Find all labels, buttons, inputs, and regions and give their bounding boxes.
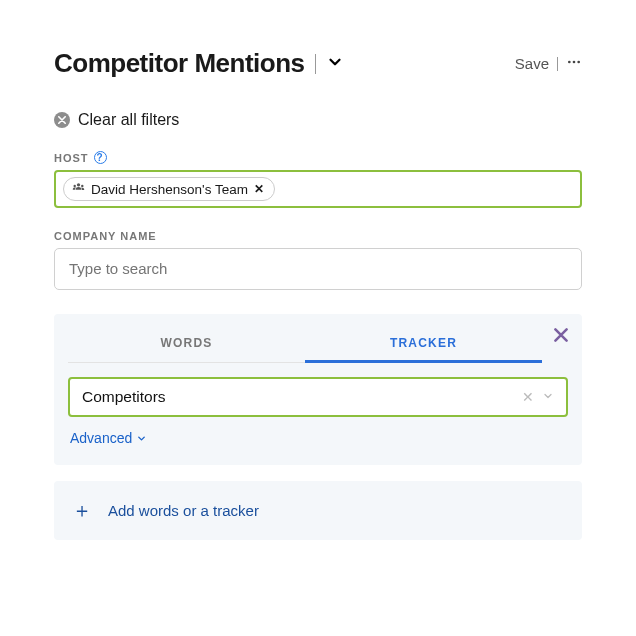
host-input[interactable]: David Hershenson's Team ✕ <box>54 170 582 208</box>
company-search-input[interactable] <box>69 260 567 277</box>
divider-vertical <box>557 57 558 71</box>
add-row-label: Add words or a tracker <box>108 502 259 519</box>
close-circle-icon <box>54 112 70 128</box>
clear-all-filters[interactable]: Clear all filters <box>54 111 582 129</box>
save-button[interactable]: Save <box>515 55 549 72</box>
help-icon[interactable]: ? <box>94 151 107 164</box>
team-icon <box>72 181 85 197</box>
svg-point-2 <box>577 60 580 63</box>
advanced-toggle[interactable]: Advanced <box>68 430 147 446</box>
chevron-down-icon[interactable] <box>326 53 344 75</box>
chip-remove-icon[interactable]: ✕ <box>254 182 264 196</box>
svg-point-4 <box>74 185 76 187</box>
svg-point-3 <box>77 183 80 186</box>
more-menu-icon[interactable] <box>566 54 582 74</box>
host-label: HOST ? <box>54 151 582 164</box>
company-label: COMPANY NAME <box>54 230 582 242</box>
tracker-select[interactable]: Competitors ✕ <box>68 377 568 417</box>
add-words-tracker-button[interactable]: ＋ Add words or a tracker <box>54 481 582 540</box>
divider-vertical <box>315 54 316 74</box>
panel-close-icon[interactable] <box>554 328 568 346</box>
tab-tracker[interactable]: TRACKER <box>305 328 542 363</box>
tracker-value: Competitors <box>82 388 166 406</box>
clear-filters-label: Clear all filters <box>78 111 179 129</box>
page-title: Competitor Mentions <box>54 48 305 79</box>
host-chip-label: David Hershenson's Team <box>91 182 248 197</box>
company-input-wrapper[interactable] <box>54 248 582 290</box>
host-chip[interactable]: David Hershenson's Team ✕ <box>63 177 275 201</box>
svg-point-5 <box>81 185 83 187</box>
tracker-clear-icon[interactable]: ✕ <box>522 389 534 405</box>
chevron-down-icon[interactable] <box>542 388 554 406</box>
words-tracker-panel: WORDS TRACKER Competitors ✕ Advanced <box>54 314 582 465</box>
tab-words[interactable]: WORDS <box>68 328 305 362</box>
svg-point-0 <box>568 60 571 63</box>
plus-icon: ＋ <box>72 497 92 524</box>
svg-point-1 <box>573 60 576 63</box>
